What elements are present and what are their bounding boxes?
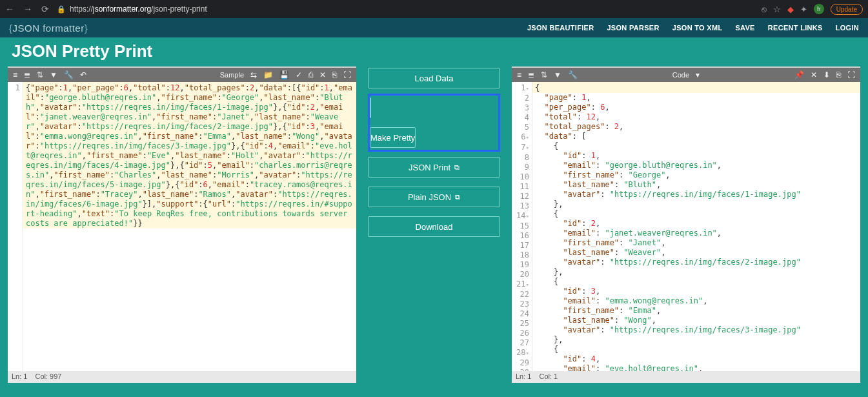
check-icon[interactable]: ✓ bbox=[296, 70, 302, 79]
output-toolbar: ≡ ≣ ⇅ ▼ 🔧 Code ▾ 📌 ✕ ⬇ ⎘ ⛶ bbox=[512, 68, 860, 82]
reload-icon[interactable]: ⟳ bbox=[41, 4, 49, 14]
compact-icon[interactable]: ≣ bbox=[528, 70, 534, 79]
fullscreen-icon[interactable]: ⛶ bbox=[343, 70, 351, 79]
url-text: https://jsonformatter.org/json-pretty-pr… bbox=[70, 5, 207, 14]
input-gutter: 1 bbox=[8, 82, 23, 371]
page-title: JSON Pretty Print bbox=[0, 37, 868, 66]
external-icon: ⧉ bbox=[454, 163, 459, 172]
fullscreen-icon[interactable]: ⛶ bbox=[847, 70, 855, 79]
puzzle-icon[interactable]: ✦ bbox=[800, 5, 807, 14]
mode-label[interactable]: Code bbox=[672, 71, 689, 79]
nav-recent[interactable]: RECENT LINKS bbox=[768, 24, 823, 32]
load-data-button[interactable]: Load Data bbox=[368, 68, 500, 88]
site-nav: JSON BEAUTIFIER JSON PARSER JSON TO XML … bbox=[527, 24, 859, 32]
lock-icon: 🔒 bbox=[57, 5, 66, 14]
folder-icon[interactable]: 📁 bbox=[263, 70, 273, 79]
browser-toolbar: ← → ⟳ 🔒 https://jsonformatter.org/json-p… bbox=[0, 0, 868, 18]
clear-icon[interactable]: ✕ bbox=[319, 70, 326, 79]
share-icon[interactable]: ⎋ bbox=[762, 5, 767, 14]
output-editor: ≡ ≣ ⇅ ▼ 🔧 Code ▾ 📌 ✕ ⬇ ⎘ ⛶ 1▾23456▾7▾891… bbox=[512, 66, 860, 383]
nav-login[interactable]: LOGIN bbox=[836, 24, 859, 32]
copy-icon[interactable]: ⎘ bbox=[836, 70, 841, 79]
sample-label[interactable]: Sample bbox=[220, 71, 244, 79]
star-icon[interactable]: ☆ bbox=[773, 5, 781, 14]
status-col: Col: 1 bbox=[539, 372, 558, 382]
filter-icon[interactable]: ▼ bbox=[50, 70, 57, 79]
undo-icon[interactable]: ↶ bbox=[80, 70, 86, 79]
sort-icon[interactable]: ⇅ bbox=[37, 70, 43, 79]
format-icon[interactable]: ≡ bbox=[13, 70, 17, 79]
link-icon[interactable]: ⇆ bbox=[250, 70, 257, 79]
save-icon[interactable]: 💾 bbox=[279, 70, 289, 79]
json-print-button[interactable]: JSON Print ⧉ bbox=[368, 157, 500, 178]
nav-beautifier[interactable]: JSON BEAUTIFIER bbox=[527, 24, 594, 32]
url-bar[interactable]: 🔒 https://jsonformatter.org/json-pretty-… bbox=[57, 2, 754, 16]
output-code[interactable]: { "page": 1, "per_page": 6, "total": 12,… bbox=[532, 82, 860, 371]
external-icon: ⧉ bbox=[455, 193, 460, 201]
status-col: Col: 997 bbox=[35, 372, 61, 382]
repair-icon[interactable]: 🔧 bbox=[568, 70, 578, 79]
nav-parser[interactable]: JSON PARSER bbox=[607, 24, 659, 32]
nav-xml[interactable]: JSON TO XML bbox=[672, 24, 723, 32]
repair-icon[interactable]: 🔧 bbox=[64, 70, 74, 79]
print-icon[interactable]: ⎙ bbox=[308, 70, 313, 79]
extension-icon[interactable]: ◆ bbox=[787, 5, 794, 14]
format-icon[interactable]: ≡ bbox=[517, 70, 521, 79]
filter-icon[interactable]: ▼ bbox=[554, 70, 561, 79]
make-pretty-button[interactable]: Make Pretty bbox=[370, 127, 416, 148]
back-icon[interactable]: ← bbox=[5, 4, 14, 14]
selection-highlight: Make Pretty bbox=[368, 94, 500, 152]
clear-icon[interactable]: ✕ bbox=[811, 70, 817, 79]
site-header: {JSON formatter} JSON BEAUTIFIER JSON PA… bbox=[0, 18, 868, 37]
input-statusbar: Ln: 1 Col: 997 bbox=[8, 371, 356, 383]
update-button[interactable]: Update bbox=[831, 4, 863, 15]
status-line: Ln: 1 bbox=[12, 372, 27, 382]
input-toolbar: ≡ ≣ ⇅ ▼ 🔧 ↶ Sample ⇆ 📁 💾 ✓ ⎙ ✕ ⎘ ⛶ bbox=[8, 68, 356, 82]
download-button[interactable]: Download bbox=[368, 216, 500, 237]
output-gutter: 1▾23456▾7▾891011121314▾15161718192021▾22… bbox=[512, 82, 532, 371]
plain-json-button[interactable]: Plain JSON ⧉ bbox=[368, 187, 500, 207]
action-column: Load Data Make Pretty JSON Print ⧉ Plain… bbox=[368, 66, 500, 383]
nav-save[interactable]: SAVE bbox=[735, 24, 754, 32]
pin-icon[interactable]: 📌 bbox=[794, 70, 804, 79]
chevron-down-icon[interactable]: ▾ bbox=[696, 70, 700, 79]
copy-icon[interactable]: ⎘ bbox=[332, 70, 337, 79]
hidden-button[interactable] bbox=[370, 97, 371, 118]
forward-icon[interactable]: → bbox=[23, 4, 32, 14]
compact-icon[interactable]: ≣ bbox=[24, 70, 30, 79]
site-logo[interactable]: {JSON formatter} bbox=[9, 23, 88, 34]
input-editor: ≡ ≣ ⇅ ▼ 🔧 ↶ Sample ⇆ 📁 💾 ✓ ⎙ ✕ ⎘ ⛶ 1 {"p… bbox=[8, 66, 356, 383]
profile-icon[interactable]: h bbox=[814, 4, 824, 14]
sort-icon[interactable]: ⇅ bbox=[541, 70, 547, 79]
input-code[interactable]: {"page":1,"per_page":6,"total":12,"total… bbox=[23, 82, 356, 371]
status-line: Ln: 1 bbox=[516, 372, 531, 382]
output-statusbar: Ln: 1 Col: 1 bbox=[512, 371, 860, 383]
download-icon[interactable]: ⬇ bbox=[823, 70, 830, 79]
